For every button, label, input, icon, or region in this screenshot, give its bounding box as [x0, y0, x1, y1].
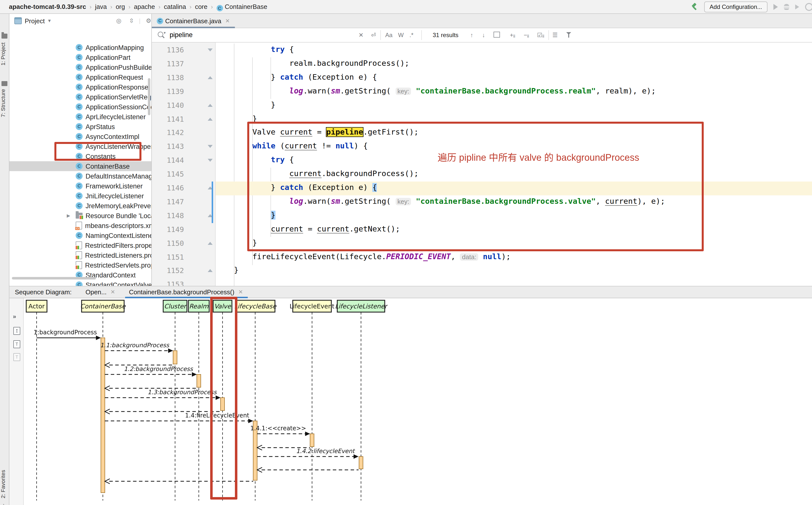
- breadcrumb-item[interactable]: org: [116, 3, 125, 10]
- class-icon: C: [76, 282, 82, 286]
- tree-item-resource-bundle-localstrings-[interactable]: ▶Resource Bundle 'LocalStrings': [9, 211, 152, 220]
- tree-item-applicationpart[interactable]: CApplicationPart: [9, 52, 152, 62]
- tree-item-containerbase[interactable]: CContainerBase: [9, 161, 152, 171]
- multiline-icon[interactable]: ☰: [552, 32, 558, 39]
- filter-icon[interactable]: [566, 32, 571, 35]
- tree-item-jnilifecyclelistener[interactable]: CJniLifecycleListener: [9, 191, 152, 201]
- close-icon[interactable]: ✕: [225, 18, 230, 24]
- structure-toolwindow-icon[interactable]: [1, 81, 7, 86]
- fold-marker-icon[interactable]: [208, 159, 213, 162]
- fold-marker-icon[interactable]: [208, 76, 213, 79]
- tree-item-standardcontextvalve[interactable]: CStandardContextValve: [9, 280, 152, 286]
- class-icon: C: [76, 163, 82, 170]
- tree-item-label: AprLifecycleListener: [85, 113, 146, 121]
- class-icon: C: [76, 94, 82, 101]
- export-text-icon[interactable]: T: [13, 340, 20, 348]
- fold-marker-icon[interactable]: [208, 48, 213, 51]
- tree-vertical-scrollbar[interactable]: [148, 78, 150, 115]
- class-icon: C: [76, 192, 82, 199]
- tree-item-applicationrequest[interactable]: CApplicationRequest: [9, 72, 152, 82]
- line-number: 1136: [152, 46, 184, 54]
- chevron-down-icon[interactable]: ▼: [47, 18, 52, 23]
- add-configuration-button[interactable]: Add Configuration...: [704, 1, 768, 12]
- close-icon[interactable]: ✕: [238, 289, 243, 295]
- debug-icon[interactable]: [784, 4, 789, 10]
- search-in-selection-icon[interactable]: [493, 32, 500, 38]
- collapse-all-icon[interactable]: ⇳: [129, 17, 134, 24]
- fold-marker-icon[interactable]: [208, 118, 213, 121]
- previous-occurrence-icon[interactable]: ↑: [470, 32, 473, 39]
- export-image-icon[interactable]: ↥: [13, 327, 20, 335]
- breadcrumb-item[interactable]: catalina: [164, 3, 186, 10]
- toolwindow-tab-structure[interactable]: 7: Structure: [0, 89, 9, 117]
- tree-item-restrictedservlets-properties[interactable]: RestrictedServlets.properties: [9, 260, 152, 270]
- favorites-star-icon[interactable]: ★: [1, 503, 6, 505]
- tree-item-applicationpushbuilder[interactable]: CApplicationPushBuilder: [9, 62, 152, 72]
- tree-item-defaultinstancemanager[interactable]: CDefaultInstanceManager: [9, 171, 152, 181]
- class-icon: C: [76, 133, 82, 140]
- sequence-tab-backgroundprocess[interactable]: ContainerBase.backgroundProcess()✕: [129, 286, 243, 298]
- sequence-tab-open[interactable]: Open...✕: [85, 286, 115, 298]
- gear-icon[interactable]: ⚙: [146, 17, 151, 24]
- build-hammer-icon[interactable]: [691, 3, 698, 10]
- resource-bundle-icon: [76, 213, 82, 219]
- editor-tab-label: ContainerBase.java: [165, 17, 221, 24]
- search-input[interactable]: pipeline: [170, 31, 193, 39]
- run-icon[interactable]: [773, 4, 778, 10]
- project-toolwindow-icon[interactable]: [1, 34, 7, 39]
- locate-icon[interactable]: ◎: [116, 17, 122, 24]
- breadcrumb-separator: ›: [189, 3, 191, 10]
- remove-occurrence-icon[interactable]: −ᵢᵢ: [524, 32, 529, 39]
- tree-item-applicationmapping[interactable]: CApplicationMapping: [9, 42, 152, 52]
- breadcrumb-item[interactable]: apache: [134, 3, 155, 10]
- tree-item-applicationresponse[interactable]: CApplicationResponse: [9, 82, 152, 92]
- class-icon: C: [76, 104, 82, 110]
- tree-item-applicationservletregistration[interactable]: CApplicationServletRegistration: [9, 92, 152, 102]
- add-occurrence-icon[interactable]: +ᵢᵢ: [510, 32, 515, 39]
- next-occurrence-icon[interactable]: ↓: [482, 32, 485, 39]
- tree-item-asynccontextimpl[interactable]: CAsyncContextImpl: [9, 132, 152, 142]
- tree-item-label: JreMemoryLeakPreventionListener: [85, 202, 152, 209]
- project-panel-header: Project ▼ ◎ ⇳ | ⚙ —: [9, 14, 151, 28]
- toolwindow-tab-project[interactable]: 1: Project: [0, 42, 9, 65]
- regex-toggle[interactable]: .*: [409, 32, 413, 39]
- code-line: }: [234, 100, 275, 109]
- breadcrumb-item[interactable]: core: [195, 3, 207, 10]
- search-icon[interactable]: [158, 32, 163, 37]
- breadcrumb-item[interactable]: CContainerBase: [216, 3, 267, 10]
- expand-chevron-icon[interactable]: ▶: [67, 213, 70, 218]
- tree-item-aprlifecyclelistener[interactable]: CAprLifecycleListener: [9, 112, 152, 122]
- tree-item-applicationsessioncookieconfig[interactable]: CApplicationSessionCookieConfig: [9, 102, 152, 112]
- breadcrumb-item[interactable]: java: [95, 3, 107, 10]
- newline-icon[interactable]: ⏎: [371, 32, 376, 39]
- tree-item-label: mbeans-descriptors.xml: [85, 222, 152, 229]
- fold-marker-icon[interactable]: [208, 241, 213, 244]
- tree-item-aprstatus[interactable]: CAprStatus: [9, 122, 152, 132]
- tree-item-mbeans-descriptors-xml[interactable]: mbeans-descriptors.xml: [9, 220, 152, 230]
- fold-marker-icon[interactable]: [208, 104, 213, 107]
- tree-item-namingcontextlistener[interactable]: CNamingContextListener: [9, 230, 152, 240]
- profile-icon[interactable]: [795, 4, 799, 9]
- coverage-icon[interactable]: [805, 3, 812, 11]
- project-panel-title[interactable]: Project: [25, 17, 45, 24]
- clear-search-icon[interactable]: ✕: [359, 32, 364, 39]
- breadcrumb-bar: apache-tomcat-9.0.39-src›java›org›apache…: [0, 0, 812, 14]
- breadcrumb-item[interactable]: apache-tomcat-9.0.39-src: [9, 3, 86, 10]
- tree-item-frameworklistener[interactable]: CFrameworkListener: [9, 181, 152, 191]
- toolwindow-tab-favorites[interactable]: 2: Favorites: [0, 470, 9, 498]
- tree-item-restrictedfilters-properties[interactable]: RestrictedFilters.properties: [9, 240, 152, 250]
- code-line: } catch (Exception e) {: [234, 73, 377, 81]
- tree-horizontal-scrollbar[interactable]: [12, 277, 96, 280]
- tree-item-jrememoryleakpreventionlistener[interactable]: CJreMemoryLeakPreventionListener: [9, 201, 152, 211]
- close-icon[interactable]: ✕: [111, 289, 115, 295]
- match-case-toggle[interactable]: Aa: [385, 32, 392, 39]
- fold-marker-icon[interactable]: [208, 145, 213, 148]
- whole-words-toggle[interactable]: W: [398, 32, 404, 39]
- select-occurrences-icon[interactable]: ☑ᵢᵢ: [537, 32, 544, 39]
- fold-marker-icon[interactable]: [208, 269, 213, 272]
- editor-tab-containerbase[interactable]: C ContainerBase.java ✕: [152, 14, 235, 28]
- properties-file-icon: [76, 261, 82, 269]
- tree-item-label: ApplicationServletRegistration: [85, 93, 152, 101]
- tree-item-restrictedlisteners-properties[interactable]: RestrictedListeners.properties: [9, 250, 152, 260]
- collapse-panel-icon[interactable]: »: [13, 313, 16, 320]
